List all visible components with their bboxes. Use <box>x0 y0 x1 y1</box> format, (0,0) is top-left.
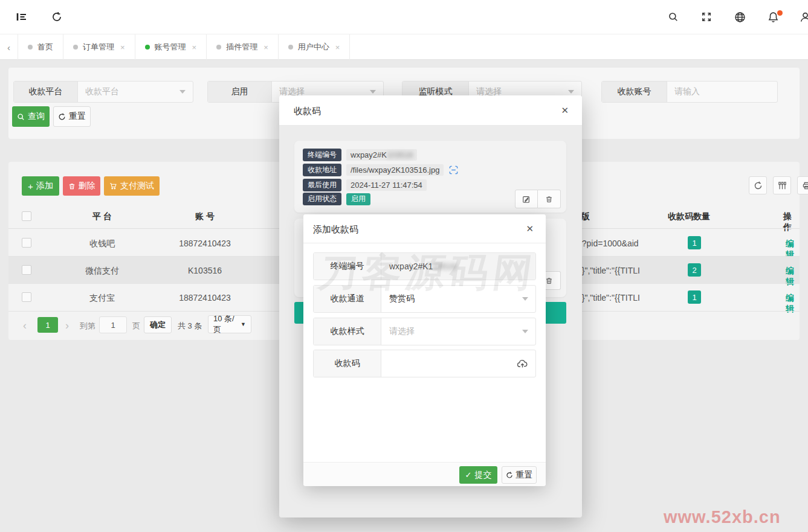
trash-icon <box>545 277 553 285</box>
total-count-label: 共 3 条 <box>178 321 202 332</box>
channel-select[interactable]: 赞赏码 <box>381 286 535 312</box>
goto-confirm-button[interactable]: 确定 <box>144 316 172 333</box>
columns-icon <box>778 181 787 190</box>
refresh-page-icon[interactable] <box>48 8 65 25</box>
corner-watermark: www.52xb.cn <box>664 507 781 527</box>
search-icon[interactable] <box>665 8 682 25</box>
add-button-label: 添加 <box>36 181 53 191</box>
tab-orders[interactable]: 订单管理 × <box>63 34 135 60</box>
add-button[interactable]: + 添加 <box>22 176 59 196</box>
page-unit-label: 页 <box>132 321 140 332</box>
preview-scan-icon[interactable] <box>448 165 459 175</box>
tab-label: 首页 <box>37 42 53 53</box>
style-select[interactable]: 请选择 <box>381 318 535 345</box>
app-root: ‹ 首页 订单管理 × 账号管理 × 插件管理 × 用户中心 × 收款平台 <box>0 0 808 532</box>
cell-platform: 支付宝 <box>75 293 129 304</box>
edit-pencil-icon <box>522 195 531 204</box>
table-columns-button[interactable] <box>773 176 791 194</box>
language-globe-icon[interactable] <box>731 8 748 25</box>
cell-platform: 微信支付 <box>75 266 129 277</box>
channel-row: 收款通道 赞赏码 <box>313 285 536 313</box>
chevron-down-icon: ▼ <box>241 321 246 327</box>
page-size-value: 10 条/页 <box>213 313 238 335</box>
status-enabled-badge: 启用 <box>346 193 370 205</box>
qrcode-modal-title: 收款码 <box>294 106 321 117</box>
style-row: 收款样式 请选择 <box>313 318 536 345</box>
page-size-select[interactable]: 10 条/页 ▼ <box>208 315 251 333</box>
tab-home[interactable]: 首页 <box>18 34 63 60</box>
qrcode-count-badge[interactable]: 2 <box>688 263 701 277</box>
add-modal-close-icon[interactable]: ✕ <box>526 224 534 233</box>
add-modal-header: 添加收款码 ✕ <box>303 214 546 243</box>
filter-account-input[interactable]: 请输入 <box>667 82 777 102</box>
address-label-badge: 收款地址 <box>303 164 341 176</box>
fullscreen-icon[interactable] <box>698 8 715 25</box>
cell-account: 18872410423 <box>172 239 238 248</box>
table-print-button[interactable] <box>797 176 808 194</box>
terminal-value: wxpay2#K103516 <box>346 149 417 161</box>
terminal-row-value: wxpay2#K103516 <box>381 253 535 280</box>
terminal-row: 终端编号 wxpay2#K103516 <box>313 252 536 280</box>
modal-reset-button[interactable]: 重置 <box>502 466 537 484</box>
qrcode-modal-close-icon[interactable]: ✕ <box>561 106 569 115</box>
tabs-scroll-left-icon[interactable]: ‹ <box>0 34 18 60</box>
submit-button[interactable]: ✓ 提交 <box>459 466 497 484</box>
cloud-upload-icon <box>517 358 528 370</box>
add-qrcode-modal: 添加收款码 ✕ 终端编号 wxpay2#K103516 收款通道 赞赏码 收款样… <box>303 214 546 486</box>
qrcode-upload-field[interactable] <box>381 350 535 377</box>
channel-row-label: 收款通道 <box>314 286 381 312</box>
edit-qrcode-button[interactable] <box>515 190 538 208</box>
check-icon: ✓ <box>465 470 472 479</box>
masked-text: 103516 <box>387 150 413 159</box>
filter-platform-select[interactable]: 收款平台 <box>78 82 193 102</box>
table-refresh-button[interactable] <box>749 176 767 194</box>
qrcode-count-badge[interactable]: 1 <box>688 236 701 249</box>
filter-account-label: 收款账号 <box>602 82 667 102</box>
collapse-menu-icon[interactable] <box>13 8 30 25</box>
chevron-down-icon <box>522 297 528 301</box>
reset-button[interactable]: 重置 <box>53 106 91 127</box>
select-all-checkbox[interactable] <box>22 211 31 221</box>
topbar <box>0 0 808 34</box>
search-button-label: 查询 <box>28 111 45 122</box>
pay-test-button[interactable]: 支付测试 <box>104 176 160 196</box>
col-header-platform: 平 台 <box>75 211 129 222</box>
qrcode-modal-header: 收款码 ✕ <box>279 95 582 126</box>
add-modal-footer: ✓ 提交 重置 <box>303 462 546 486</box>
search-button[interactable]: 查询 <box>12 106 50 127</box>
goto-page-input[interactable] <box>99 316 127 333</box>
trash-icon <box>68 182 76 190</box>
tab-dot <box>73 45 78 50</box>
chevron-down-icon <box>179 90 186 94</box>
delete-button[interactable]: 删除 <box>63 176 100 196</box>
tab-close-icon[interactable]: × <box>335 43 340 52</box>
tab-dot <box>288 45 293 50</box>
style-placeholder: 请选择 <box>389 326 415 337</box>
tab-user-center[interactable]: 用户中心 × <box>279 34 351 60</box>
qrcode-count-badge[interactable]: 1 <box>688 290 701 304</box>
col-header-qrcode-count: 收款码数量 <box>668 211 710 222</box>
channel-value: 赞赏码 <box>389 293 415 304</box>
row-checkbox[interactable] <box>22 238 31 248</box>
qrcode-upload-row: 收款码 <box>313 350 536 377</box>
tab-plugins[interactable]: 插件管理 × <box>207 34 279 60</box>
tab-label: 用户中心 <box>298 42 329 53</box>
tab-close-icon[interactable]: × <box>263 43 268 52</box>
row-checkbox[interactable] <box>22 292 31 302</box>
tab-close-icon[interactable]: × <box>192 43 197 52</box>
reset-button-label: 重置 <box>69 111 86 122</box>
delete-qrcode-button[interactable] <box>538 190 561 208</box>
tab-label: 订单管理 <box>83 42 114 53</box>
page-next-icon[interactable]: › <box>65 320 69 331</box>
cart-icon <box>109 182 117 190</box>
row-checkbox[interactable] <box>22 265 31 275</box>
user-profile-icon[interactable] <box>797 8 808 25</box>
page-number-button[interactable]: 1 <box>37 317 58 333</box>
filter-platform-placeholder: 收款平台 <box>85 86 119 97</box>
add-modal-title: 添加收款码 <box>313 224 358 236</box>
tab-close-icon[interactable]: × <box>120 43 125 52</box>
chevron-down-icon <box>370 90 376 94</box>
page-prev-icon[interactable]: ‹ <box>23 320 27 331</box>
tab-accounts[interactable]: 账号管理 × <box>135 34 207 60</box>
terminal-label-badge: 终端编号 <box>303 149 341 161</box>
